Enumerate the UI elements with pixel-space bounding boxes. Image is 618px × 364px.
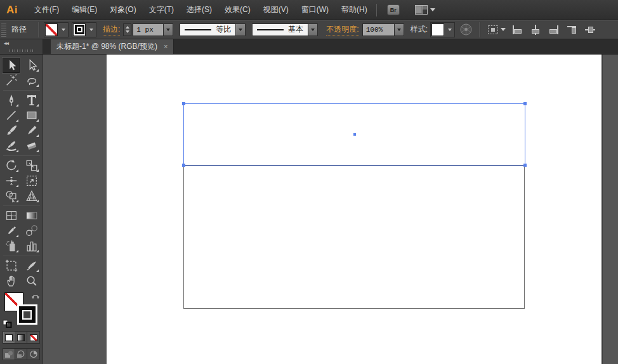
pen-tool[interactable] (3, 93, 20, 108)
scale-tool[interactable] (23, 158, 40, 173)
align-center-horizontal-button[interactable] (527, 23, 543, 37)
stroke-swatch[interactable] (17, 304, 37, 325)
rectangle-shape[interactable] (183, 166, 525, 309)
blend-tool[interactable] (23, 223, 40, 238)
fill-stroke-indicator (1, 292, 42, 328)
selected-rectangle[interactable] (183, 103, 525, 166)
draw-behind-mode[interactable] (15, 349, 27, 360)
panel-collapse-icon[interactable]: ◂◂ (4, 40, 8, 46)
align-top-button[interactable] (564, 23, 580, 37)
chevron-down-icon[interactable] (501, 28, 506, 31)
gradient-button[interactable] (15, 332, 27, 343)
control-bar: 路径 描边: 1 px 等比 基本 不透明度: 100% 样式: (0, 20, 618, 39)
lasso-tool[interactable] (23, 73, 40, 88)
selection-handle[interactable] (523, 102, 527, 105)
chevron-down-icon[interactable] (86, 23, 96, 37)
stroke-panel-link[interactable]: 描边: (103, 24, 120, 36)
swap-fill-stroke-icon[interactable] (31, 292, 40, 300)
zoom-tool[interactable] (23, 273, 40, 289)
type-tool[interactable] (23, 93, 40, 108)
width-tool[interactable] (3, 173, 20, 188)
rotate-tool[interactable] (3, 158, 20, 173)
selection-handle[interactable] (182, 102, 185, 105)
stepper-up-icon[interactable] (126, 26, 129, 29)
style-combo[interactable] (430, 22, 455, 37)
direct-selection-tool[interactable] (23, 58, 40, 73)
menu-view[interactable]: 视图(V) (257, 4, 295, 15)
menu-file[interactable]: 文件(F) (28, 4, 65, 15)
width-profile-label: 等比 (216, 24, 231, 35)
line-segment-tool[interactable] (3, 108, 20, 123)
mesh-tool[interactable] (3, 208, 20, 223)
opacity-dropdown[interactable] (394, 23, 404, 36)
free-transform-tool[interactable] (23, 173, 40, 188)
none-button[interactable] (27, 332, 39, 343)
menu-window[interactable]: 窗口(W) (295, 4, 335, 15)
menu-effect[interactable]: 效果(C) (218, 4, 257, 15)
canvas-area[interactable] (43, 55, 618, 364)
eraser-tool[interactable] (23, 138, 40, 153)
menu-help[interactable]: 帮助(H) (335, 4, 374, 15)
pencil-tool[interactable] (23, 123, 40, 138)
width-profile-dropdown[interactable] (235, 23, 246, 36)
color-button[interactable] (3, 332, 15, 343)
bridge-icon[interactable]: Br (387, 4, 400, 15)
close-icon[interactable]: × (164, 43, 168, 50)
workspace-switcher-button[interactable] (415, 5, 435, 15)
stroke-weight-stepper[interactable] (123, 23, 131, 36)
symbol-sprayer-tool[interactable] (3, 238, 20, 254)
stepper-down-icon[interactable] (126, 30, 129, 33)
stroke-color-swatch[interactable] (73, 23, 86, 36)
shape-builder-tool[interactable] (3, 188, 20, 204)
menu-object[interactable]: 对象(O) (103, 4, 142, 15)
document-tab[interactable]: 未标题-1* @ 98% (RGB/预览) × (51, 39, 174, 54)
selection-tool[interactable] (3, 58, 20, 73)
menu-edit[interactable]: 编辑(E) (65, 4, 103, 15)
blob-brush-tool[interactable] (3, 138, 20, 153)
controlbar-grip[interactable] (1, 23, 6, 37)
slice-tool[interactable] (23, 258, 40, 273)
chevron-down-icon[interactable] (58, 23, 68, 37)
hand-tool[interactable] (3, 273, 20, 289)
recolor-artwork-button[interactable] (460, 23, 472, 36)
align-to-selection-button[interactable] (487, 24, 506, 36)
magic-wand-tool[interactable] (3, 73, 20, 88)
selection-handle[interactable] (523, 164, 527, 167)
style-swatch[interactable] (431, 23, 444, 36)
align-center-vertical-icon (584, 25, 597, 35)
stroke-weight-field[interactable]: 1 px (133, 23, 163, 36)
rectangle-tool[interactable] (23, 108, 40, 123)
column-graph-tool[interactable] (23, 238, 40, 254)
align-left-button[interactable] (509, 23, 525, 37)
tools-panel-grip[interactable] (10, 49, 34, 52)
stroke-color-combo[interactable] (72, 22, 96, 37)
chevron-down-icon (430, 8, 435, 11)
fill-color-combo[interactable] (44, 22, 69, 37)
eyedropper-tool[interactable] (3, 223, 20, 238)
tools-separator (3, 90, 40, 91)
brush-dropdown[interactable] (308, 23, 318, 36)
tools-separator (3, 256, 40, 256)
stroke-weight-dropdown[interactable] (163, 23, 173, 36)
fill-none-swatch[interactable] (45, 23, 58, 36)
chevron-down-icon[interactable] (445, 23, 454, 37)
menu-select[interactable]: 选择(S) (180, 4, 218, 15)
center-point-indicator (353, 133, 356, 136)
paintbrush-tool[interactable] (3, 123, 20, 138)
width-profile-combo[interactable]: 等比 (180, 23, 235, 36)
gradient-tool[interactable] (23, 208, 40, 223)
align-center-vertical-button[interactable] (582, 23, 598, 37)
menu-type[interactable]: 文字(T) (143, 4, 180, 15)
opacity-panel-link[interactable]: 不透明度: (326, 24, 358, 36)
menu-bar: Ai 文件(F) 编辑(E) 对象(O) 文字(T) 选择(S) 效果(C) 视… (0, 0, 618, 20)
brush-combo[interactable]: 基本 (252, 23, 308, 36)
artboard-tool[interactable] (3, 258, 20, 273)
draw-normal-mode[interactable] (3, 349, 15, 360)
opacity-field[interactable]: 100% (362, 23, 394, 36)
perspective-grid-tool[interactable] (23, 188, 40, 204)
selection-handle[interactable] (182, 164, 185, 167)
draw-inside-mode[interactable] (27, 349, 39, 360)
workspace-switcher-icon (415, 5, 428, 15)
align-right-button[interactable] (546, 23, 562, 37)
default-fill-stroke-icon[interactable] (3, 320, 12, 328)
